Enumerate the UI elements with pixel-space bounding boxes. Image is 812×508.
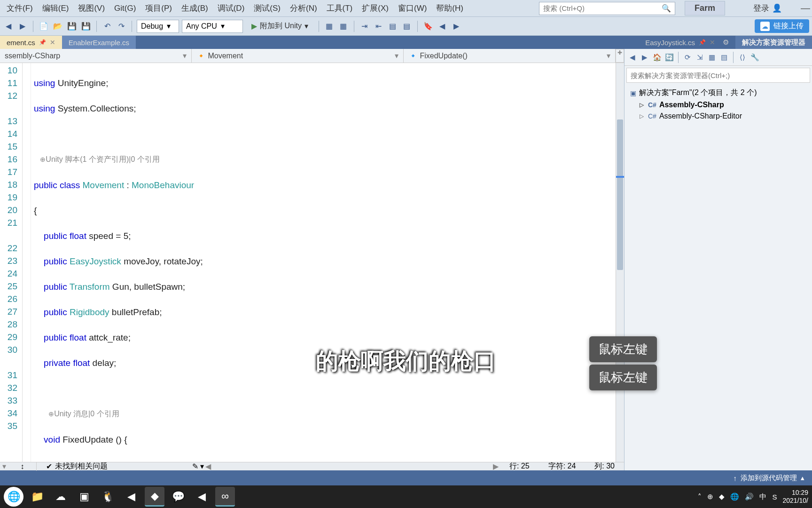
indent-icon[interactable]: ⇥ xyxy=(359,21,370,32)
sync-icon[interactable]: 🔄 xyxy=(664,52,674,63)
outdent-icon[interactable]: ⇤ xyxy=(373,21,384,32)
tray-icon[interactable]: ◆ xyxy=(719,492,725,501)
code-editor[interactable]: 101112 13141516 17181920 212223 24252627… xyxy=(0,63,624,462)
scroll-thumb[interactable] xyxy=(617,119,623,270)
back-icon[interactable]: ◀ xyxy=(3,21,14,32)
menu-view[interactable]: 视图(V) xyxy=(73,0,109,16)
baidu-disk-icon[interactable]: ☁ xyxy=(51,487,70,507)
scm-up-icon[interactable]: ↑ xyxy=(734,474,737,482)
menu-git[interactable]: Git(G) xyxy=(109,1,141,16)
expand-icon[interactable]: ▷ xyxy=(640,102,645,108)
run-button[interactable]: ▶附加到 Unity▾ xyxy=(246,20,314,33)
task-view-icon[interactable]: ▣ xyxy=(74,487,94,507)
horizontal-scrollbar[interactable]: ▾ ↕ ✔ 未找到相关问题 ✎ ▾ ◀ ▶ 行: 25 字符: 24 列: 30 xyxy=(0,462,624,470)
save-all-icon[interactable]: 💾 xyxy=(80,21,92,32)
menu-extensions[interactable]: 扩展(X) xyxy=(357,0,393,16)
chevron-up-icon[interactable]: ˄ xyxy=(698,492,702,501)
file-explorer-icon[interactable]: 📁 xyxy=(27,487,47,507)
solution-node[interactable]: ▣解决方案"Farm"(2 个项目，共 2 个) xyxy=(628,87,808,99)
unity-icon[interactable]: ◆ xyxy=(145,487,164,507)
config-dropdown[interactable]: Debug▾ xyxy=(137,20,179,33)
solution-tree[interactable]: ▣解决方案"Farm"(2 个项目，共 2 个) ▷C#Assembly-CSh… xyxy=(625,85,812,124)
comment-icon[interactable]: ▤ xyxy=(387,21,398,32)
scm-button[interactable]: 添加到源代码管理 xyxy=(741,474,797,483)
forward-icon[interactable]: ▶ xyxy=(17,21,28,32)
menu-build[interactable]: 生成(B) xyxy=(177,0,213,16)
menu-window[interactable]: 窗口(W) xyxy=(393,0,431,16)
visual-studio-icon[interactable]: ∞ xyxy=(215,487,235,507)
tray-icon[interactable]: S xyxy=(772,493,777,501)
qq-icon[interactable]: 🐧 xyxy=(98,487,117,507)
tool-icon[interactable]: ▦ xyxy=(324,21,335,32)
open-icon[interactable]: 📂 xyxy=(52,21,63,32)
volume-icon[interactable]: 🔊 xyxy=(745,492,754,501)
minimize-button[interactable]: — xyxy=(801,3,810,14)
cloud-upload-button[interactable]: ☁链接上传 xyxy=(755,19,809,33)
platform-dropdown[interactable]: Any CPU▾ xyxy=(182,20,243,33)
code-content[interactable]: using UnityEngine; using System.Collecti… xyxy=(31,63,616,462)
wechat-icon[interactable]: 💬 xyxy=(168,487,188,507)
pin-icon[interactable]: 📌 xyxy=(39,39,46,46)
nav-project[interactable]: ssembly-CSharp▾ xyxy=(0,49,192,63)
chrome-icon[interactable]: 🌐 xyxy=(4,487,23,507)
app-icon[interactable]: ◀ xyxy=(121,487,141,507)
menu-debug[interactable]: 调试(D) xyxy=(213,0,250,16)
new-file-icon[interactable]: 📄 xyxy=(38,21,49,32)
redo-icon[interactable]: ↷ xyxy=(116,21,127,32)
close-icon[interactable]: ✕ xyxy=(50,39,55,46)
app-icon[interactable]: ◀ xyxy=(192,487,211,507)
pin-icon[interactable]: 📌 xyxy=(699,39,706,46)
menu-file[interactable]: 文件(F) xyxy=(2,0,38,16)
ime-icon[interactable]: 中 xyxy=(759,492,766,501)
save-icon[interactable]: 💾 xyxy=(66,21,78,32)
chevron-down-icon: ▾ xyxy=(221,22,225,31)
vertical-scrollbar[interactable] xyxy=(616,63,624,462)
tool-icon[interactable]: ▦ xyxy=(338,21,349,32)
collapse-icon[interactable]: ⇲ xyxy=(695,52,705,63)
menu-test[interactable]: 测试(S) xyxy=(249,0,285,16)
menu-edit[interactable]: 编辑(E) xyxy=(38,0,74,16)
properties-icon[interactable]: ▤ xyxy=(719,52,729,63)
tray-icon[interactable]: ⊕ xyxy=(707,492,713,501)
home-icon[interactable]: 🏠 xyxy=(652,52,662,63)
clock[interactable]: 10:29 2021/10/ xyxy=(783,489,809,505)
close-icon[interactable]: ✕ xyxy=(710,39,715,46)
se-search[interactable] xyxy=(626,68,810,83)
tab-movement[interactable]: ement.cs 📌 ✕ xyxy=(0,36,62,49)
search-input[interactable] xyxy=(543,4,662,12)
menu-tools[interactable]: 工具(T) xyxy=(322,0,358,16)
preview-icon[interactable]: ⟨⟩ xyxy=(737,52,748,63)
system-tray[interactable]: ˄ ⊕ ◆ 🌐 🔊 中 S 10:29 2021/10/ xyxy=(698,489,808,505)
project-node-2[interactable]: ▷C#Assembly-CSharp-Editor xyxy=(638,111,808,122)
solution-name-button[interactable]: Farm xyxy=(685,1,725,16)
network-icon[interactable]: 🌐 xyxy=(730,492,739,501)
solution-explorer-tab[interactable]: 解决方案资源管理器 xyxy=(735,36,812,49)
fold-column[interactable] xyxy=(23,63,31,462)
menu-project[interactable]: 项目(P) xyxy=(141,0,177,16)
global-search[interactable]: 🔍 xyxy=(539,2,675,15)
refresh-icon[interactable]: ⟳ xyxy=(682,52,693,63)
split-icon[interactable]: ✚ xyxy=(616,49,624,63)
uncomment-icon[interactable]: ▤ xyxy=(401,21,413,32)
tab-enabler-example[interactable]: EnablerExample.cs xyxy=(62,36,136,49)
nav-method[interactable]: 🔹 FixedUpdate()▾ xyxy=(404,49,616,63)
bookmark-icon[interactable]: 🔖 xyxy=(422,21,434,32)
show-all-icon[interactable]: ▦ xyxy=(707,52,717,63)
se-search-input[interactable] xyxy=(631,71,806,79)
nav-class[interactable]: 🔸 Movement▾ xyxy=(192,49,404,63)
menu-analyze[interactable]: 分析(N) xyxy=(285,0,322,16)
forward-icon[interactable]: ▶ xyxy=(640,52,650,63)
project-node-1[interactable]: ▷C#Assembly-CSharp xyxy=(638,99,808,111)
bookmark-prev-icon[interactable]: ◀ xyxy=(437,21,448,32)
zoom-dropdown[interactable]: ↕ xyxy=(8,462,37,471)
undo-icon[interactable]: ↶ xyxy=(102,21,113,32)
chevron-down-icon: ▾ xyxy=(607,51,610,60)
gear-icon[interactable]: ⚙ xyxy=(723,38,729,47)
tab-easy-joystick[interactable]: EasyJoystick.cs 📌 ✕ ⚙ xyxy=(639,36,735,49)
bookmark-next-icon[interactable]: ▶ xyxy=(451,21,462,32)
menu-help[interactable]: 帮助(H) xyxy=(431,0,468,16)
expand-icon[interactable]: ▷ xyxy=(640,113,645,119)
back-icon[interactable]: ◀ xyxy=(627,52,638,63)
wrench-icon[interactable]: 🔧 xyxy=(750,52,760,63)
login-button[interactable]: 登录👤 xyxy=(753,3,782,14)
